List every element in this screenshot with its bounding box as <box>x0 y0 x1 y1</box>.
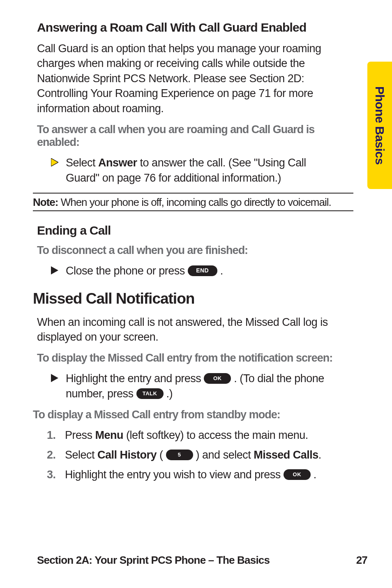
txt-bold: Missed Calls <box>254 449 318 461</box>
txt-frag: ) and select <box>193 449 254 461</box>
footer-section: Section 2A: Your Sprint PCS Phone – The … <box>37 554 270 567</box>
txt-frag: Press <box>65 429 95 441</box>
heading-ending-call: Ending a Call <box>37 224 341 238</box>
paragraph-roam-intro: Call Guard is an option that helps you m… <box>37 41 341 116</box>
svg-marker-2 <box>51 374 58 382</box>
note-box: Note: When your phone is off, incoming c… <box>33 193 353 211</box>
txt-frag: Select <box>65 449 97 461</box>
footer-page-number: 27 <box>356 554 367 567</box>
bullet-close-text: Close the phone or press END . <box>66 263 223 278</box>
txt-frag: (left softkey) to access the main menu. <box>123 429 308 441</box>
txt-bold: Menu <box>95 429 124 441</box>
steps-list: Press Menu (left softkey) to access the … <box>37 428 341 482</box>
heading-missed-call: Missed Call Notification <box>33 290 341 307</box>
talk-button-icon: TALK <box>136 388 164 399</box>
bullet-highlight-entry: Highlight the entry and press OK . (To d… <box>37 371 341 401</box>
step-1: Press Menu (left softkey) to access the … <box>47 428 341 443</box>
txt-frag: ( <box>157 449 166 461</box>
lead-display-standby: To display a Missed Call entry from stan… <box>33 408 341 421</box>
lead-display-notif: To display the Missed Call entry from th… <box>37 352 341 364</box>
lead-disconnect: To disconnect a call when you are finish… <box>37 244 341 257</box>
bullet-close-phone: Close the phone or press END . <box>37 263 341 278</box>
heading-roam-call: Answering a Roam Call With Call Guard En… <box>37 21 341 35</box>
triangle-bullet-icon <box>51 158 58 166</box>
note-text: When your phone is off, incoming calls g… <box>58 196 331 208</box>
step-3: Highlight the entry you wish to view and… <box>47 467 341 483</box>
txt-frag: .) <box>164 387 173 400</box>
txt-frag: Close the phone or press <box>66 265 188 277</box>
bullet-answer: Select Answer to answer the call. (See "… <box>37 155 341 185</box>
txt-bold: Call History <box>97 449 157 461</box>
txt-frag: Select <box>66 157 98 169</box>
end-button-icon: END <box>188 265 217 276</box>
ok-button-icon: OK <box>204 373 231 384</box>
page-content: Answering a Roam Call With Call Guard En… <box>37 21 341 483</box>
note-label: Note: <box>33 196 58 208</box>
side-tab-label: Phone Basics <box>373 86 387 165</box>
txt-bold: Answer <box>98 157 137 169</box>
lead-answer-roam: To answer a call when you are roaming an… <box>37 123 341 149</box>
txt-frag: . <box>217 265 223 277</box>
triangle-bullet-icon <box>51 374 58 382</box>
side-tab: Phone Basics <box>367 62 392 189</box>
page-footer: Section 2A: Your Sprint PCS Phone – The … <box>37 554 367 567</box>
ok-button-icon: OK <box>284 469 311 480</box>
txt-frag: Highlight the entry you wish to view and… <box>65 468 284 481</box>
paragraph-missed-intro: When an incoming call is not answered, t… <box>37 315 341 345</box>
step-2: Select Call History ( 5 ) and select Mis… <box>47 447 341 463</box>
svg-marker-0 <box>51 158 58 166</box>
txt-frag: . <box>318 449 321 461</box>
txt-frag: . <box>311 468 316 481</box>
bullet-answer-text: Select Answer to answer the call. (See "… <box>66 155 341 185</box>
bullet-highlight-text: Highlight the entry and press OK . (To d… <box>66 371 341 401</box>
five-button-icon: 5 <box>166 450 193 460</box>
txt-frag: Highlight the entry and press <box>66 372 204 385</box>
svg-marker-1 <box>51 266 58 274</box>
triangle-bullet-icon <box>51 266 58 274</box>
